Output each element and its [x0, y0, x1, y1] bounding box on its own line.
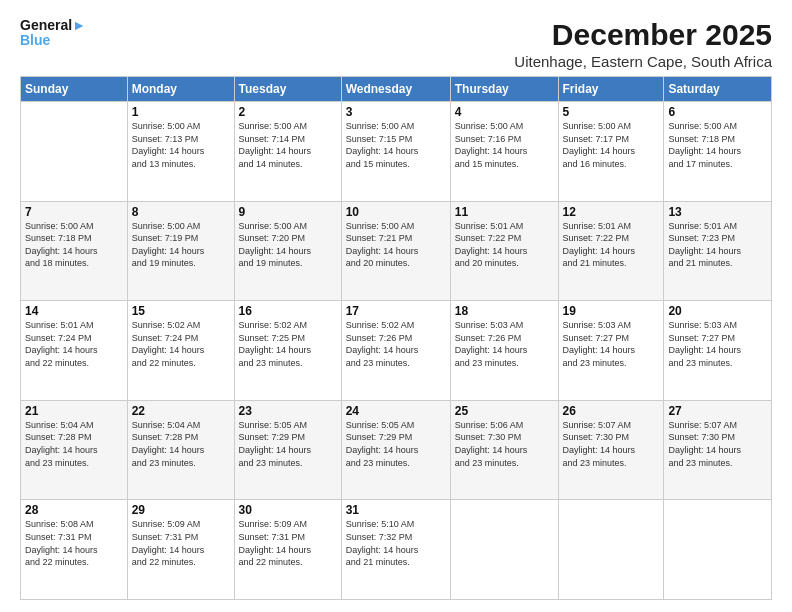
- day-info: Sunrise: 5:08 AMSunset: 7:31 PMDaylight:…: [25, 518, 123, 568]
- calendar-cell: 16Sunrise: 5:02 AMSunset: 7:25 PMDayligh…: [234, 301, 341, 401]
- column-header-sunday: Sunday: [21, 77, 128, 102]
- calendar-week-5: 28Sunrise: 5:08 AMSunset: 7:31 PMDayligh…: [21, 500, 772, 600]
- day-info: Sunrise: 5:01 AMSunset: 7:22 PMDaylight:…: [563, 220, 660, 270]
- day-number: 9: [239, 205, 337, 219]
- calendar-cell: 9Sunrise: 5:00 AMSunset: 7:20 PMDaylight…: [234, 201, 341, 301]
- calendar-cell: [450, 500, 558, 600]
- subtitle: Uitenhage, Eastern Cape, South Africa: [514, 53, 772, 70]
- column-header-saturday: Saturday: [664, 77, 772, 102]
- day-info: Sunrise: 5:05 AMSunset: 7:29 PMDaylight:…: [239, 419, 337, 469]
- day-info: Sunrise: 5:09 AMSunset: 7:31 PMDaylight:…: [132, 518, 230, 568]
- day-number: 18: [455, 304, 554, 318]
- day-info: Sunrise: 5:01 AMSunset: 7:22 PMDaylight:…: [455, 220, 554, 270]
- calendar-cell: 28Sunrise: 5:08 AMSunset: 7:31 PMDayligh…: [21, 500, 128, 600]
- calendar-cell: 17Sunrise: 5:02 AMSunset: 7:26 PMDayligh…: [341, 301, 450, 401]
- calendar-cell: [21, 102, 128, 202]
- day-number: 2: [239, 105, 337, 119]
- calendar-cell: 20Sunrise: 5:03 AMSunset: 7:27 PMDayligh…: [664, 301, 772, 401]
- calendar-cell: 18Sunrise: 5:03 AMSunset: 7:26 PMDayligh…: [450, 301, 558, 401]
- day-info: Sunrise: 5:00 AMSunset: 7:20 PMDaylight:…: [239, 220, 337, 270]
- calendar-cell: 6Sunrise: 5:00 AMSunset: 7:18 PMDaylight…: [664, 102, 772, 202]
- day-info: Sunrise: 5:07 AMSunset: 7:30 PMDaylight:…: [668, 419, 767, 469]
- day-info: Sunrise: 5:00 AMSunset: 7:19 PMDaylight:…: [132, 220, 230, 270]
- day-info: Sunrise: 5:01 AMSunset: 7:23 PMDaylight:…: [668, 220, 767, 270]
- day-info: Sunrise: 5:05 AMSunset: 7:29 PMDaylight:…: [346, 419, 446, 469]
- day-number: 10: [346, 205, 446, 219]
- day-info: Sunrise: 5:03 AMSunset: 7:26 PMDaylight:…: [455, 319, 554, 369]
- calendar-header-row: SundayMondayTuesdayWednesdayThursdayFrid…: [21, 77, 772, 102]
- calendar-week-2: 7Sunrise: 5:00 AMSunset: 7:18 PMDaylight…: [21, 201, 772, 301]
- calendar-week-4: 21Sunrise: 5:04 AMSunset: 7:28 PMDayligh…: [21, 400, 772, 500]
- day-number: 30: [239, 503, 337, 517]
- calendar-cell: 27Sunrise: 5:07 AMSunset: 7:30 PMDayligh…: [664, 400, 772, 500]
- header: General► Blue December 2025 Uitenhage, E…: [20, 18, 772, 70]
- day-info: Sunrise: 5:02 AMSunset: 7:26 PMDaylight:…: [346, 319, 446, 369]
- calendar-cell: 30Sunrise: 5:09 AMSunset: 7:31 PMDayligh…: [234, 500, 341, 600]
- day-info: Sunrise: 5:10 AMSunset: 7:32 PMDaylight:…: [346, 518, 446, 568]
- day-info: Sunrise: 5:00 AMSunset: 7:13 PMDaylight:…: [132, 120, 230, 170]
- calendar-cell: 4Sunrise: 5:00 AMSunset: 7:16 PMDaylight…: [450, 102, 558, 202]
- day-number: 27: [668, 404, 767, 418]
- day-number: 5: [563, 105, 660, 119]
- day-number: 29: [132, 503, 230, 517]
- day-info: Sunrise: 5:06 AMSunset: 7:30 PMDaylight:…: [455, 419, 554, 469]
- column-header-thursday: Thursday: [450, 77, 558, 102]
- calendar-cell: 7Sunrise: 5:00 AMSunset: 7:18 PMDaylight…: [21, 201, 128, 301]
- day-info: Sunrise: 5:02 AMSunset: 7:25 PMDaylight:…: [239, 319, 337, 369]
- calendar-cell: 8Sunrise: 5:00 AMSunset: 7:19 PMDaylight…: [127, 201, 234, 301]
- calendar-cell: 23Sunrise: 5:05 AMSunset: 7:29 PMDayligh…: [234, 400, 341, 500]
- day-info: Sunrise: 5:00 AMSunset: 7:14 PMDaylight:…: [239, 120, 337, 170]
- title-block: December 2025 Uitenhage, Eastern Cape, S…: [514, 18, 772, 70]
- calendar-cell: 2Sunrise: 5:00 AMSunset: 7:14 PMDaylight…: [234, 102, 341, 202]
- day-number: 4: [455, 105, 554, 119]
- calendar-cell: 31Sunrise: 5:10 AMSunset: 7:32 PMDayligh…: [341, 500, 450, 600]
- calendar: SundayMondayTuesdayWednesdayThursdayFrid…: [20, 76, 772, 600]
- day-number: 6: [668, 105, 767, 119]
- day-number: 20: [668, 304, 767, 318]
- calendar-cell: [558, 500, 664, 600]
- calendar-cell: 15Sunrise: 5:02 AMSunset: 7:24 PMDayligh…: [127, 301, 234, 401]
- calendar-cell: 14Sunrise: 5:01 AMSunset: 7:24 PMDayligh…: [21, 301, 128, 401]
- calendar-cell: 1Sunrise: 5:00 AMSunset: 7:13 PMDaylight…: [127, 102, 234, 202]
- day-info: Sunrise: 5:00 AMSunset: 7:15 PMDaylight:…: [346, 120, 446, 170]
- day-number: 1: [132, 105, 230, 119]
- day-info: Sunrise: 5:01 AMSunset: 7:24 PMDaylight:…: [25, 319, 123, 369]
- day-info: Sunrise: 5:07 AMSunset: 7:30 PMDaylight:…: [563, 419, 660, 469]
- day-info: Sunrise: 5:00 AMSunset: 7:21 PMDaylight:…: [346, 220, 446, 270]
- day-number: 11: [455, 205, 554, 219]
- day-info: Sunrise: 5:04 AMSunset: 7:28 PMDaylight:…: [25, 419, 123, 469]
- column-header-friday: Friday: [558, 77, 664, 102]
- day-number: 7: [25, 205, 123, 219]
- calendar-cell: [664, 500, 772, 600]
- calendar-cell: 26Sunrise: 5:07 AMSunset: 7:30 PMDayligh…: [558, 400, 664, 500]
- day-number: 3: [346, 105, 446, 119]
- calendar-cell: 11Sunrise: 5:01 AMSunset: 7:22 PMDayligh…: [450, 201, 558, 301]
- day-number: 17: [346, 304, 446, 318]
- calendar-cell: 25Sunrise: 5:06 AMSunset: 7:30 PMDayligh…: [450, 400, 558, 500]
- day-info: Sunrise: 5:03 AMSunset: 7:27 PMDaylight:…: [563, 319, 660, 369]
- calendar-cell: 12Sunrise: 5:01 AMSunset: 7:22 PMDayligh…: [558, 201, 664, 301]
- calendar-cell: 21Sunrise: 5:04 AMSunset: 7:28 PMDayligh…: [21, 400, 128, 500]
- calendar-body: 1Sunrise: 5:00 AMSunset: 7:13 PMDaylight…: [21, 102, 772, 600]
- day-number: 15: [132, 304, 230, 318]
- column-header-tuesday: Tuesday: [234, 77, 341, 102]
- day-info: Sunrise: 5:02 AMSunset: 7:24 PMDaylight:…: [132, 319, 230, 369]
- main-title: December 2025: [514, 18, 772, 51]
- logo: General► Blue: [20, 18, 86, 49]
- day-info: Sunrise: 5:04 AMSunset: 7:28 PMDaylight:…: [132, 419, 230, 469]
- day-number: 13: [668, 205, 767, 219]
- day-info: Sunrise: 5:09 AMSunset: 7:31 PMDaylight:…: [239, 518, 337, 568]
- column-header-wednesday: Wednesday: [341, 77, 450, 102]
- day-number: 14: [25, 304, 123, 318]
- calendar-cell: 22Sunrise: 5:04 AMSunset: 7:28 PMDayligh…: [127, 400, 234, 500]
- calendar-cell: 13Sunrise: 5:01 AMSunset: 7:23 PMDayligh…: [664, 201, 772, 301]
- day-number: 21: [25, 404, 123, 418]
- day-number: 26: [563, 404, 660, 418]
- day-number: 12: [563, 205, 660, 219]
- calendar-cell: 29Sunrise: 5:09 AMSunset: 7:31 PMDayligh…: [127, 500, 234, 600]
- day-number: 23: [239, 404, 337, 418]
- day-info: Sunrise: 5:00 AMSunset: 7:17 PMDaylight:…: [563, 120, 660, 170]
- day-info: Sunrise: 5:00 AMSunset: 7:18 PMDaylight:…: [25, 220, 123, 270]
- day-number: 24: [346, 404, 446, 418]
- calendar-cell: 19Sunrise: 5:03 AMSunset: 7:27 PMDayligh…: [558, 301, 664, 401]
